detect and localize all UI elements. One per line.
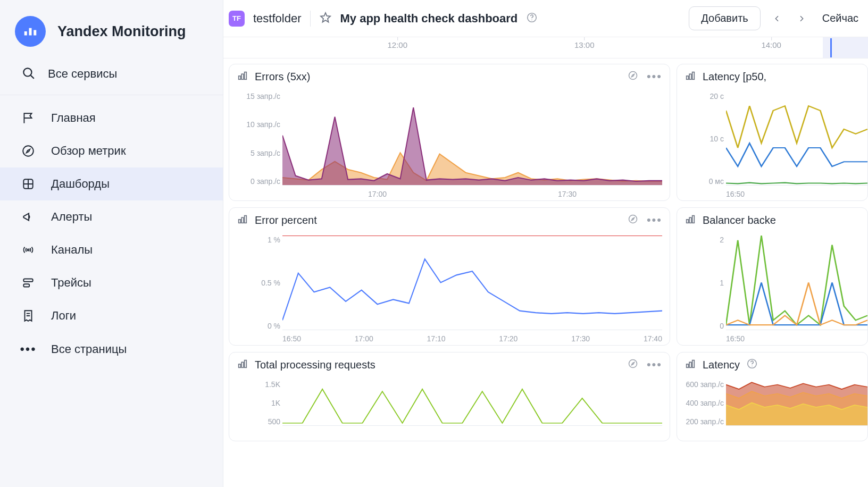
sidebar-item-home[interactable]: Главная xyxy=(0,102,223,135)
panel-errors-chart[interactable]: 15 запр./с 10 запр./с 5 запр./с 0 запр./… xyxy=(229,87,670,200)
now-marker xyxy=(830,38,832,57)
sidebar-item-label: Дашборды xyxy=(51,177,110,191)
star-icon[interactable] xyxy=(319,11,332,26)
folder-badge[interactable]: TF xyxy=(229,11,245,27)
panel-title: Latency xyxy=(703,359,740,371)
sidebar: Yandex Monitoring Все сервисы Главная Об… xyxy=(0,0,223,487)
chart-icon xyxy=(237,213,248,227)
megaphone-icon xyxy=(20,210,36,224)
time-ruler[interactable]: 12:00 13:00 14:00 xyxy=(223,37,868,58)
svg-rect-32 xyxy=(687,364,689,367)
all-services-button[interactable]: Все сервисы xyxy=(0,57,223,95)
panel-errors: Errors (5xx) ••• 15 запр./с 10 запр./с 5… xyxy=(229,64,670,201)
svg-rect-24 xyxy=(245,360,247,368)
svg-point-2 xyxy=(23,146,34,156)
panel-title: Error percent xyxy=(255,214,317,226)
panel-title: Total processing requests xyxy=(255,359,375,371)
svg-rect-28 xyxy=(692,72,695,80)
svg-rect-14 xyxy=(241,74,244,79)
svg-rect-13 xyxy=(239,76,241,79)
sidebar-item-alerts[interactable]: Алерты xyxy=(0,200,223,233)
traces-icon xyxy=(20,276,36,290)
panel-menu-icon[interactable]: ••• xyxy=(647,214,662,226)
svg-rect-17 xyxy=(239,220,241,223)
svg-point-36 xyxy=(752,366,752,366)
dashboard-title: My app health check dashboard xyxy=(340,12,518,26)
svg-line-1 xyxy=(31,75,34,79)
brand-logo xyxy=(15,16,46,47)
panel-total-proc: Total processing requests ••• 1.5K 1K 50… xyxy=(229,352,670,441)
explore-icon[interactable] xyxy=(628,214,638,226)
chart-icon xyxy=(685,358,696,372)
flag-icon xyxy=(20,111,36,125)
svg-rect-22 xyxy=(239,364,241,367)
sidebar-item-label: Все страницы xyxy=(51,342,127,356)
svg-point-20 xyxy=(629,215,637,223)
chart-icon xyxy=(237,70,248,83)
receipt-icon xyxy=(20,309,36,323)
svg-rect-31 xyxy=(692,216,695,223)
add-button[interactable]: Добавить xyxy=(689,6,760,30)
panel-total-proc-chart[interactable]: 1.5K 1K 500 xyxy=(229,375,670,441)
svg-rect-7 xyxy=(23,279,32,281)
svg-rect-19 xyxy=(245,216,247,223)
svg-point-12 xyxy=(532,19,532,20)
help-icon[interactable] xyxy=(526,12,538,26)
ruler-tick: 13:00 xyxy=(574,40,595,49)
svg-point-0 xyxy=(23,68,31,76)
svg-rect-34 xyxy=(692,360,695,368)
header: TF testfolder My app health check dashbo… xyxy=(223,0,868,37)
grid-icon xyxy=(20,177,36,191)
panel-error-percent: Error percent ••• 1 % 0.5 % 0 % xyxy=(229,207,670,346)
monitoring-logo-icon xyxy=(22,23,38,39)
svg-rect-8 xyxy=(23,284,29,287)
panel-error-percent-chart[interactable]: 1 % 0.5 % 0 % 16:50 17:00 17:10 17:20 17… xyxy=(229,230,670,345)
panel-grid: Errors (5xx) ••• 15 запр./с 10 запр./с 5… xyxy=(223,58,868,487)
folder-name[interactable]: testfolder xyxy=(253,12,302,26)
sidebar-item-all-pages[interactable]: ••• Все страницы xyxy=(0,332,223,366)
panel-latency-p50-chart[interactable]: 20 с 10 с 0 мс 16:50 xyxy=(677,87,867,200)
help-icon[interactable] xyxy=(746,358,758,372)
compass-icon xyxy=(20,144,36,158)
sidebar-item-channels[interactable]: Каналы xyxy=(0,233,223,266)
panel-menu-icon[interactable]: ••• xyxy=(647,359,662,371)
panel-title: Balancer backe xyxy=(703,214,776,226)
antenna-icon xyxy=(20,243,36,257)
now-label[interactable]: Сейчас xyxy=(822,12,858,24)
svg-rect-27 xyxy=(689,74,691,79)
sidebar-item-label: Каналы xyxy=(51,243,93,257)
svg-point-25 xyxy=(629,360,637,368)
explore-icon[interactable] xyxy=(628,358,638,371)
sidebar-item-logs[interactable]: Логи xyxy=(0,299,223,332)
panel-title: Latency [p50, xyxy=(703,71,766,83)
chart-icon xyxy=(685,213,696,227)
svg-rect-23 xyxy=(241,362,244,367)
ellipsis-icon: ••• xyxy=(20,342,36,357)
ruler-tick: 12:00 xyxy=(387,40,407,49)
ruler-tick: 14:00 xyxy=(761,40,781,49)
svg-rect-30 xyxy=(689,217,691,223)
panel-latency: Latency 600 запр./с 400 запр./с 200 запр… xyxy=(677,352,868,441)
sidebar-item-metrics[interactable]: Обзор метрик xyxy=(0,135,223,167)
sidebar-item-label: Алерты xyxy=(51,210,92,224)
nav: Главная Обзор метрик Дашборды Алерты Кан… xyxy=(0,95,223,366)
search-icon xyxy=(21,66,35,82)
svg-rect-33 xyxy=(689,362,691,367)
divider xyxy=(310,11,311,27)
panel-col-right: Latency [p50, 20 с 10 с 0 мс 16:50 xyxy=(677,64,868,482)
sidebar-item-traces[interactable]: Трейсы xyxy=(0,266,223,299)
svg-rect-29 xyxy=(687,220,689,223)
chart-icon xyxy=(237,358,248,372)
sidebar-item-label: Трейсы xyxy=(51,276,91,290)
panel-balancer-chart[interactable]: 2 1 0 16:50 xyxy=(677,230,867,345)
panel-menu-icon[interactable]: ••• xyxy=(647,71,662,82)
panel-latency-chart[interactable]: 600 запр./с 400 запр./с 200 запр./с xyxy=(677,375,867,441)
prev-button[interactable] xyxy=(769,11,785,27)
explore-icon[interactable] xyxy=(628,70,638,83)
next-button[interactable] xyxy=(794,11,809,27)
panel-balancer: Balancer backe 2 1 0 16:50 xyxy=(677,207,868,346)
sidebar-item-label: Главная xyxy=(51,111,96,125)
main: TF testfolder My app health check dashbo… xyxy=(223,0,868,487)
panel-col-left: Errors (5xx) ••• 15 запр./с 10 запр./с 5… xyxy=(229,64,670,482)
sidebar-item-dashboards[interactable]: Дашборды xyxy=(0,167,223,200)
